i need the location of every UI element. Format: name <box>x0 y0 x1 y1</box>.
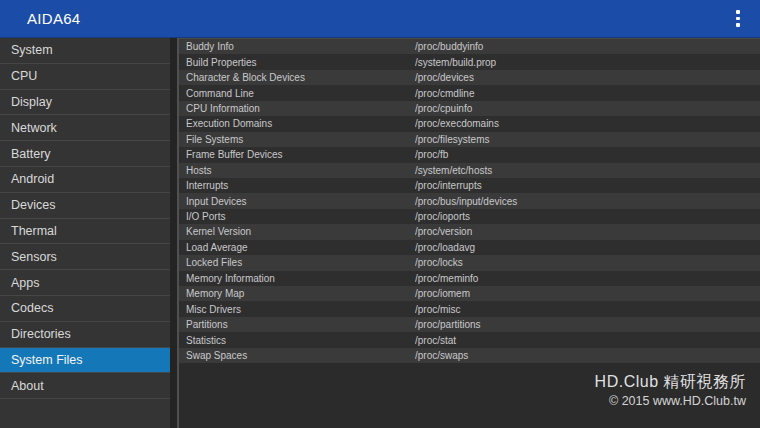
file-path: /proc/devices <box>415 72 760 83</box>
app-title: AIDA64 <box>27 10 81 27</box>
sidebar-item-cpu[interactable]: CPU <box>0 64 170 90</box>
sidebar-item-label: Apps <box>11 276 40 290</box>
file-path: /proc/bus/input/devices <box>415 196 760 207</box>
content-panel: Buddy Info/proc/buddyinfoBuild Propertie… <box>179 38 760 428</box>
file-row-frame-buffer-devices[interactable]: Frame Buffer Devices/proc/fb <box>179 147 760 162</box>
file-row-swap-spaces[interactable]: Swap Spaces/proc/swaps <box>179 348 760 363</box>
file-name: Misc Drivers <box>186 304 415 315</box>
sidebar: SystemCPUDisplayNetworkBatteryAndroidDev… <box>0 38 170 428</box>
file-row-memory-map[interactable]: Memory Map/proc/iomem <box>179 286 760 301</box>
file-path: /proc/execdomains <box>415 118 760 129</box>
file-name: Execution Domains <box>186 118 415 129</box>
file-name: Hosts <box>186 165 415 176</box>
file-path: /proc/loadavg <box>415 242 760 253</box>
more-vertical-icon <box>736 10 740 14</box>
sidebar-item-about[interactable]: About <box>0 373 170 399</box>
sidebar-item-label: CPU <box>11 69 37 83</box>
main-area: SystemCPUDisplayNetworkBatteryAndroidDev… <box>0 38 760 428</box>
file-name: Buddy Info <box>186 41 415 52</box>
overflow-menu-button[interactable] <box>727 4 749 34</box>
file-name: Command Line <box>186 88 415 99</box>
sidebar-item-directories[interactable]: Directories <box>0 322 170 348</box>
sidebar-item-label: Devices <box>11 198 55 212</box>
file-row-buddy-info[interactable]: Buddy Info/proc/buddyinfo <box>179 39 760 54</box>
more-vertical-icon <box>736 23 740 27</box>
sidebar-item-label: Directories <box>11 327 71 341</box>
file-path: /proc/locks <box>415 257 760 268</box>
file-path: /proc/swaps <box>415 350 760 361</box>
file-path: /proc/version <box>415 226 760 237</box>
sidebar-item-label: Sensors <box>11 250 57 264</box>
file-name: I/O Ports <box>186 211 415 222</box>
sidebar-content-gap <box>170 38 177 428</box>
file-path: /proc/iomem <box>415 288 760 299</box>
more-vertical-icon <box>736 17 740 21</box>
file-path: /proc/cmdline <box>415 88 760 99</box>
sidebar-item-codecs[interactable]: Codecs <box>0 296 170 322</box>
file-row-file-systems[interactable]: File Systems/proc/filesystems <box>179 132 760 147</box>
file-name: Statistics <box>186 335 415 346</box>
file-path: /proc/buddyinfo <box>415 41 760 52</box>
file-name: Character & Block Devices <box>186 72 415 83</box>
file-name: Kernel Version <box>186 226 415 237</box>
file-path: /proc/misc <box>415 304 760 315</box>
file-row-build-properties[interactable]: Build Properties/system/build.prop <box>179 54 760 69</box>
sidebar-item-label: About <box>11 379 44 393</box>
file-path: /proc/ioports <box>415 211 760 222</box>
sidebar-item-apps[interactable]: Apps <box>0 270 170 296</box>
file-name: Interrupts <box>186 180 415 191</box>
file-row-statistics[interactable]: Statistics/proc/stat <box>179 332 760 347</box>
file-row-character-block-devices[interactable]: Character & Block Devices/proc/devices <box>179 70 760 85</box>
file-row-cpu-information[interactable]: CPU Information/proc/cpuinfo <box>179 101 760 116</box>
file-row-memory-information[interactable]: Memory Information/proc/meminfo <box>179 271 760 286</box>
sidebar-item-android[interactable]: Android <box>0 167 170 193</box>
file-row-misc-drivers[interactable]: Misc Drivers/proc/misc <box>179 301 760 316</box>
app-bar: AIDA64 <box>0 0 760 38</box>
sidebar-item-label: Network <box>11 121 57 135</box>
sidebar-item-battery[interactable]: Battery <box>0 141 170 167</box>
sidebar-item-label: Codecs <box>11 301 53 315</box>
file-row-input-devices[interactable]: Input Devices/proc/bus/input/devices <box>179 193 760 208</box>
file-row-load-average[interactable]: Load Average/proc/loadavg <box>179 240 760 255</box>
app-root: AIDA64 SystemCPUDisplayNetworkBatteryAnd… <box>0 0 760 428</box>
sidebar-item-system-files[interactable]: System Files <box>0 348 170 374</box>
file-path: /proc/fb <box>415 149 760 160</box>
file-name: Memory Map <box>186 288 415 299</box>
file-row-interrupts[interactable]: Interrupts/proc/interrupts <box>179 178 760 193</box>
file-path: /proc/interrupts <box>415 180 760 191</box>
file-row-hosts[interactable]: Hosts/system/etc/hosts <box>179 163 760 178</box>
file-row-command-line[interactable]: Command Line/proc/cmdline <box>179 85 760 100</box>
file-path: /system/build.prop <box>415 57 760 68</box>
sidebar-item-devices[interactable]: Devices <box>0 193 170 219</box>
file-path: /proc/meminfo <box>415 273 760 284</box>
sidebar-item-label: Battery <box>11 147 51 161</box>
file-name: CPU Information <box>186 103 415 114</box>
sidebar-item-thermal[interactable]: Thermal <box>0 219 170 245</box>
file-name: File Systems <box>186 134 415 145</box>
sidebar-item-network[interactable]: Network <box>0 115 170 141</box>
file-name: Locked Files <box>186 257 415 268</box>
system-files-list: Buddy Info/proc/buddyinfoBuild Propertie… <box>179 39 760 363</box>
file-path: /proc/cpuinfo <box>415 103 760 114</box>
sidebar-item-label: Android <box>11 172 54 186</box>
file-row-execution-domains[interactable]: Execution Domains/proc/execdomains <box>179 116 760 131</box>
file-name: Build Properties <box>186 57 415 68</box>
file-name: Load Average <box>186 242 415 253</box>
file-path: /proc/filesystems <box>415 134 760 145</box>
sidebar-item-label: Display <box>11 95 52 109</box>
file-row-kernel-version[interactable]: Kernel Version/proc/version <box>179 224 760 239</box>
file-name: Input Devices <box>186 196 415 207</box>
sidebar-item-display[interactable]: Display <box>0 90 170 116</box>
sidebar-item-label: System Files <box>11 353 83 367</box>
file-name: Partitions <box>186 319 415 330</box>
sidebar-item-system[interactable]: System <box>0 38 170 64</box>
file-row-i-o-ports[interactable]: I/O Ports/proc/ioports <box>179 209 760 224</box>
file-path: /proc/stat <box>415 335 760 346</box>
sidebar-item-sensors[interactable]: Sensors <box>0 244 170 270</box>
sidebar-item-label: System <box>11 43 53 57</box>
sidebar-item-label: Thermal <box>11 224 57 238</box>
file-row-locked-files[interactable]: Locked Files/proc/locks <box>179 255 760 270</box>
file-name: Memory Information <box>186 273 415 284</box>
file-row-partitions[interactable]: Partitions/proc/partitions <box>179 317 760 332</box>
file-name: Swap Spaces <box>186 350 415 361</box>
